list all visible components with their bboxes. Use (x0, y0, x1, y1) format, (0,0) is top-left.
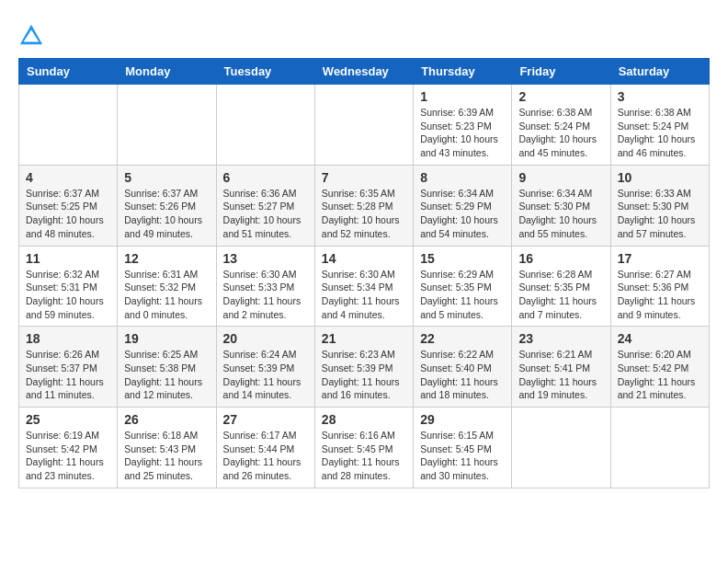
day-number: 5 (124, 170, 209, 185)
day-info: Sunrise: 6:17 AM Sunset: 5:44 PM Dayligh… (223, 429, 308, 483)
calendar-cell: 27Sunrise: 6:17 AM Sunset: 5:44 PM Dayli… (216, 408, 314, 488)
day-info: Sunrise: 6:37 AM Sunset: 5:25 PM Dayligh… (26, 187, 110, 241)
calendar-cell: 12Sunrise: 6:31 AM Sunset: 5:32 PM Dayli… (118, 246, 216, 327)
day-number: 10 (618, 170, 702, 185)
day-number: 26 (124, 412, 209, 427)
calendar-cell: 20Sunrise: 6:24 AM Sunset: 5:39 PM Dayli… (216, 327, 314, 408)
calendar-cell (610, 408, 709, 488)
calendar-week-4: 18Sunrise: 6:26 AM Sunset: 5:37 PM Dayli… (19, 327, 710, 408)
day-info: Sunrise: 6:30 AM Sunset: 5:34 PM Dayligh… (322, 268, 406, 322)
calendar-cell: 3Sunrise: 6:38 AM Sunset: 5:24 PM Daylig… (610, 85, 709, 166)
weekday-header-wednesday: Wednesday (314, 59, 413, 85)
day-number: 1 (420, 89, 505, 104)
calendar-week-2: 4Sunrise: 6:37 AM Sunset: 5:25 PM Daylig… (19, 165, 710, 246)
day-info: Sunrise: 6:23 AM Sunset: 5:39 PM Dayligh… (322, 348, 406, 402)
day-info: Sunrise: 6:21 AM Sunset: 5:41 PM Dayligh… (518, 348, 603, 402)
day-number: 9 (518, 170, 603, 185)
weekday-header-monday: Monday (118, 59, 216, 85)
day-number: 29 (420, 412, 505, 427)
weekday-header-sunday: Sunday (19, 59, 118, 85)
calendar-cell: 9Sunrise: 6:34 AM Sunset: 5:30 PM Daylig… (512, 165, 610, 246)
weekday-header-thursday: Thursday (414, 59, 512, 85)
calendar-header: SundayMondayTuesdayWednesdayThursdayFrid… (19, 59, 710, 85)
calendar-cell: 7Sunrise: 6:35 AM Sunset: 5:28 PM Daylig… (314, 165, 413, 246)
day-info: Sunrise: 6:37 AM Sunset: 5:26 PM Dayligh… (124, 187, 209, 241)
day-info: Sunrise: 6:15 AM Sunset: 5:45 PM Dayligh… (420, 429, 505, 483)
weekday-header-friday: Friday (512, 59, 610, 85)
day-number: 25 (26, 412, 110, 427)
day-number: 24 (618, 331, 702, 346)
day-info: Sunrise: 6:18 AM Sunset: 5:43 PM Dayligh… (124, 429, 209, 483)
day-info: Sunrise: 6:34 AM Sunset: 5:30 PM Dayligh… (518, 187, 603, 241)
calendar-cell: 15Sunrise: 6:29 AM Sunset: 5:35 PM Dayli… (414, 246, 512, 327)
calendar-cell (118, 85, 216, 166)
calendar-cell: 18Sunrise: 6:26 AM Sunset: 5:37 PM Dayli… (19, 327, 118, 408)
logo-icon (18, 23, 44, 49)
calendar-week-1: 1Sunrise: 6:39 AM Sunset: 5:23 PM Daylig… (19, 85, 710, 166)
calendar-cell: 1Sunrise: 6:39 AM Sunset: 5:23 PM Daylig… (414, 85, 512, 166)
weekday-header-saturday: Saturday (610, 59, 709, 85)
calendar-cell (216, 85, 314, 166)
day-info: Sunrise: 6:29 AM Sunset: 5:35 PM Dayligh… (420, 268, 505, 322)
calendar-cell (314, 85, 413, 166)
calendar-cell: 8Sunrise: 6:34 AM Sunset: 5:29 PM Daylig… (414, 165, 512, 246)
calendar-cell: 11Sunrise: 6:32 AM Sunset: 5:31 PM Dayli… (19, 246, 118, 327)
calendar-cell: 5Sunrise: 6:37 AM Sunset: 5:26 PM Daylig… (118, 165, 216, 246)
day-number: 17 (618, 251, 702, 266)
day-info: Sunrise: 6:25 AM Sunset: 5:38 PM Dayligh… (124, 348, 209, 402)
day-info: Sunrise: 6:24 AM Sunset: 5:39 PM Dayligh… (223, 348, 308, 402)
day-number: 15 (420, 251, 505, 266)
calendar-cell (512, 408, 610, 488)
calendar-week-3: 11Sunrise: 6:32 AM Sunset: 5:31 PM Dayli… (19, 246, 710, 327)
day-info: Sunrise: 6:16 AM Sunset: 5:45 PM Dayligh… (322, 429, 406, 483)
calendar-table: SundayMondayTuesdayWednesdayThursdayFrid… (18, 58, 710, 488)
logo (18, 23, 48, 49)
page-header (18, 18, 710, 49)
calendar-cell: 14Sunrise: 6:30 AM Sunset: 5:34 PM Dayli… (314, 246, 413, 327)
day-number: 20 (223, 331, 308, 346)
day-info: Sunrise: 6:22 AM Sunset: 5:40 PM Dayligh… (420, 348, 505, 402)
day-number: 27 (223, 412, 308, 427)
day-info: Sunrise: 6:20 AM Sunset: 5:42 PM Dayligh… (618, 348, 702, 402)
day-info: Sunrise: 6:34 AM Sunset: 5:29 PM Dayligh… (420, 187, 505, 241)
calendar-cell: 26Sunrise: 6:18 AM Sunset: 5:43 PM Dayli… (118, 408, 216, 488)
day-number: 8 (420, 170, 505, 185)
calendar-cell: 17Sunrise: 6:27 AM Sunset: 5:36 PM Dayli… (610, 246, 709, 327)
day-info: Sunrise: 6:39 AM Sunset: 5:23 PM Dayligh… (420, 106, 505, 160)
day-number: 16 (518, 251, 603, 266)
calendar-cell: 6Sunrise: 6:36 AM Sunset: 5:27 PM Daylig… (216, 165, 314, 246)
day-info: Sunrise: 6:19 AM Sunset: 5:42 PM Dayligh… (26, 429, 110, 483)
calendar-cell: 24Sunrise: 6:20 AM Sunset: 5:42 PM Dayli… (610, 327, 709, 408)
day-info: Sunrise: 6:35 AM Sunset: 5:28 PM Dayligh… (322, 187, 406, 241)
day-number: 2 (518, 89, 603, 104)
day-number: 22 (420, 331, 505, 346)
weekday-row: SundayMondayTuesdayWednesdayThursdayFrid… (19, 59, 710, 85)
calendar-cell: 16Sunrise: 6:28 AM Sunset: 5:35 PM Dayli… (512, 246, 610, 327)
day-number: 13 (223, 251, 308, 266)
day-info: Sunrise: 6:33 AM Sunset: 5:30 PM Dayligh… (618, 187, 702, 241)
calendar-cell: 22Sunrise: 6:22 AM Sunset: 5:40 PM Dayli… (414, 327, 512, 408)
day-info: Sunrise: 6:31 AM Sunset: 5:32 PM Dayligh… (124, 268, 209, 322)
calendar-week-5: 25Sunrise: 6:19 AM Sunset: 5:42 PM Dayli… (19, 408, 710, 488)
day-info: Sunrise: 6:28 AM Sunset: 5:35 PM Dayligh… (518, 268, 603, 322)
calendar-cell: 21Sunrise: 6:23 AM Sunset: 5:39 PM Dayli… (314, 327, 413, 408)
day-number: 6 (223, 170, 308, 185)
day-number: 7 (322, 170, 406, 185)
day-info: Sunrise: 6:26 AM Sunset: 5:37 PM Dayligh… (26, 348, 110, 402)
day-info: Sunrise: 6:38 AM Sunset: 5:24 PM Dayligh… (518, 106, 603, 160)
day-number: 14 (322, 251, 406, 266)
day-number: 28 (322, 412, 406, 427)
calendar-cell: 25Sunrise: 6:19 AM Sunset: 5:42 PM Dayli… (19, 408, 118, 488)
calendar-cell: 23Sunrise: 6:21 AM Sunset: 5:41 PM Dayli… (512, 327, 610, 408)
calendar-cell: 10Sunrise: 6:33 AM Sunset: 5:30 PM Dayli… (610, 165, 709, 246)
day-number: 23 (518, 331, 603, 346)
calendar-cell: 29Sunrise: 6:15 AM Sunset: 5:45 PM Dayli… (414, 408, 512, 488)
calendar-cell: 13Sunrise: 6:30 AM Sunset: 5:33 PM Dayli… (216, 246, 314, 327)
calendar-cell: 19Sunrise: 6:25 AM Sunset: 5:38 PM Dayli… (118, 327, 216, 408)
day-info: Sunrise: 6:27 AM Sunset: 5:36 PM Dayligh… (618, 268, 702, 322)
day-info: Sunrise: 6:30 AM Sunset: 5:33 PM Dayligh… (223, 268, 308, 322)
calendar-cell: 28Sunrise: 6:16 AM Sunset: 5:45 PM Dayli… (314, 408, 413, 488)
calendar-cell: 4Sunrise: 6:37 AM Sunset: 5:25 PM Daylig… (19, 165, 118, 246)
day-number: 3 (618, 89, 702, 104)
day-number: 19 (124, 331, 209, 346)
